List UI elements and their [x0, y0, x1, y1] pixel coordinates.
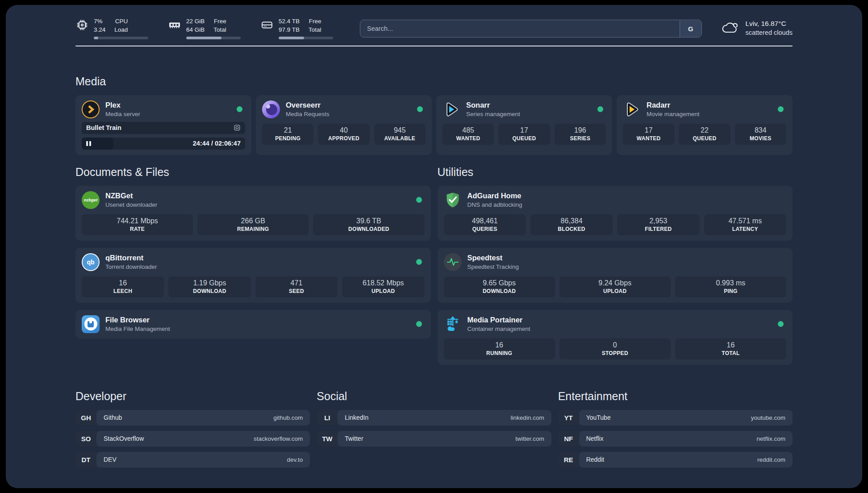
bookmark-abbr: DT — [75, 452, 96, 468]
stat-label: QUERIES — [472, 226, 497, 232]
bookmark-name: Twitter — [345, 435, 363, 442]
adguard-icon — [444, 191, 462, 209]
stat-box: 86,384 BLOCKED — [530, 214, 613, 235]
stat-box: 21 PENDING — [262, 124, 313, 145]
service-subtitle: Torrent downloader — [105, 263, 157, 271]
service-card-sonarr[interactable]: Sonarr Series management 485 WANTED 17 Q… — [436, 95, 612, 155]
service-subtitle: Media Requests — [286, 110, 330, 118]
cpu-load-value: 3.24 — [94, 25, 105, 34]
service-card-speedtest[interactable]: Speedtest Speedtest Tracking 9.65 Gbps D… — [438, 248, 793, 303]
stat-value: 16 — [119, 279, 127, 287]
radarr-icon — [623, 100, 641, 118]
service-title: AdGuard Home — [467, 191, 522, 201]
service-title: Media Portainer — [467, 315, 530, 325]
stat-box: 17 WANTED — [623, 124, 674, 145]
bookmark-row-github[interactable]: GH Github github.com — [75, 410, 310, 426]
cpu-load-label: Load — [114, 25, 128, 34]
disk-free-label: Free — [309, 17, 321, 25]
stat-value: 47.571 ms — [728, 217, 762, 225]
service-card-nzbget[interactable]: nzbget NZBGet Usenet downloader 744.21 M… — [75, 186, 431, 241]
stat-value: 21 — [284, 126, 292, 134]
bookmark-row-dev[interactable]: DT DEV dev.to — [75, 452, 310, 468]
bookmark-row-stackoverflow[interactable]: SO StackOverflow stackoverflow.com — [75, 431, 310, 447]
bookmark-name: StackOverflow — [104, 435, 144, 442]
memory-icon — [168, 18, 181, 39]
disk-free-value: 52.4 TB — [279, 17, 300, 25]
speedtest-icon — [444, 253, 462, 271]
nzbget-icon: nzbget — [82, 191, 100, 209]
stat-label: BLOCKED — [558, 226, 585, 232]
service-card-qbittorrent[interactable]: qb qBittorrent Torrent downloader 16 — [75, 248, 431, 303]
bookmark-name: DEV — [104, 456, 117, 463]
bookmark-name: Reddit — [586, 456, 604, 463]
stat-box: 945 AVAILABLE — [374, 124, 426, 145]
section-title-developer: Developer — [75, 390, 310, 403]
status-dot — [778, 321, 784, 327]
stat-value: 485 — [462, 126, 474, 134]
search-input[interactable] — [360, 20, 702, 38]
stat-box: 16 RUNNING — [444, 338, 555, 359]
disk-total-value: 97.9 TB — [279, 25, 300, 34]
bookmark-row-reddit[interactable]: RE Reddit reddit.com — [558, 452, 793, 468]
weather-widget[interactable]: Lviv, 16.87°C scattered clouds — [721, 19, 793, 37]
qbittorrent-logo-text: qb — [87, 259, 94, 266]
stat-value: 2,953 — [649, 217, 667, 225]
stat-box: 744.21 Mbps RATE — [82, 214, 193, 235]
service-title: qBittorrent — [105, 253, 157, 263]
stat-value: 618.52 Mbps — [363, 279, 404, 287]
service-title: Plex — [105, 100, 140, 110]
stat-label: PING — [724, 288, 738, 294]
stat-label: DOWNLOAD — [483, 288, 516, 294]
video-icon — [234, 124, 241, 131]
stat-value: 17 — [520, 126, 528, 134]
stat-box: 2,953 FILTERED — [617, 214, 699, 235]
service-card-portainer[interactable]: Media Portainer Container management 16 … — [438, 310, 793, 365]
bookmark-url: youtube.com — [751, 414, 785, 421]
stat-label: DOWNLOAD — [193, 288, 226, 294]
stat-value: 196 — [574, 126, 586, 134]
memory-stat: 22 GiB 64 GiB Free Total — [168, 17, 241, 39]
portainer-icon — [444, 315, 462, 333]
bookmark-url: github.com — [273, 414, 303, 421]
section-title-documents: Documents & Files — [75, 166, 431, 179]
service-subtitle: Media server — [105, 110, 140, 118]
stat-value: 0.993 ms — [716, 279, 746, 287]
stat-value: 266 GB — [241, 217, 265, 225]
cloud-icon — [721, 20, 739, 37]
stat-value: 22 — [701, 126, 709, 134]
sonarr-icon — [442, 100, 460, 118]
service-title: File Browser — [105, 315, 170, 325]
bookmark-row-linkedin[interactable]: LI LinkedIn linkedin.com — [317, 410, 551, 426]
bookmark-row-twitter[interactable]: TW Twitter twitter.com — [317, 431, 551, 447]
stat-box: 17 QUEUED — [498, 124, 550, 145]
stat-box: 16 TOTAL — [675, 338, 786, 359]
section-title-utilities: Utilities — [438, 166, 793, 179]
stat-value: 9.65 Gbps — [483, 279, 516, 287]
search-engine-button[interactable]: G — [680, 21, 701, 37]
now-playing-title-row: Bullet Train — [82, 122, 245, 134]
bookmark-row-netflix[interactable]: NF Netflix netflix.com — [558, 431, 793, 447]
stat-label: FILTERED — [645, 226, 672, 232]
stat-label: LEECH — [113, 288, 132, 294]
stat-box: 0.993 ms PING — [675, 276, 786, 297]
service-card-adguard[interactable]: AdGuard Home DNS and adblocking 498,461 … — [438, 186, 793, 241]
bookmark-abbr: NF — [558, 431, 579, 447]
service-title: Overseerr — [286, 100, 330, 110]
service-card-filebrowser[interactable]: File Browser Media File Management — [75, 310, 431, 338]
bookmark-abbr: LI — [317, 410, 338, 426]
stat-box: 498,461 QUERIES — [444, 214, 526, 235]
service-subtitle: DNS and adblocking — [467, 201, 522, 209]
service-card-radarr[interactable]: Radarr Movie management 17 WANTED 22 QUE… — [617, 95, 793, 155]
stat-box: 40 APPROVED — [318, 124, 369, 145]
service-title: NZBGet — [105, 191, 157, 201]
service-subtitle: Container management — [467, 325, 530, 333]
service-subtitle: Speedtest Tracking — [467, 263, 519, 271]
stat-box: 9.65 Gbps DOWNLOAD — [444, 276, 555, 297]
service-card-overseerr[interactable]: Overseerr Media Requests 21 PENDING 40 A… — [256, 95, 432, 155]
stat-label: DOWNLOADED — [348, 226, 389, 232]
service-card-plex[interactable]: Plex Media server Bullet Train — [75, 95, 251, 155]
bookmark-abbr: RE — [558, 452, 579, 468]
pause-icon — [86, 141, 91, 146]
bookmark-row-youtube[interactable]: YT YouTube youtube.com — [558, 410, 793, 426]
media-card-grid: Plex Media server Bullet Train — [75, 95, 793, 155]
